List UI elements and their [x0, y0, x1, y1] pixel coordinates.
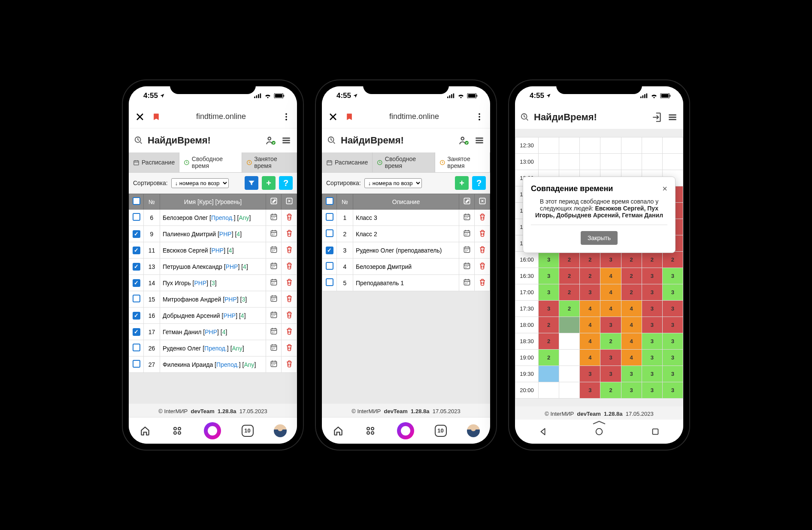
grid-cell[interactable]: 2 [539, 333, 559, 350]
trash-icon[interactable] [282, 242, 297, 259]
grid-cell[interactable]: 3 [662, 366, 683, 382]
grid-cell[interactable] [600, 137, 621, 154]
grid-cell[interactable]: 2 [559, 284, 580, 301]
grid-cell[interactable]: 3 [642, 350, 662, 366]
grid-cell[interactable]: 2 [642, 252, 662, 268]
table-row[interactable]: 15Митрофанов Андрей [PHP] [3] [129, 291, 297, 308]
grid-cell[interactable]: 3 [539, 301, 559, 317]
table-row[interactable]: 3Руденко Олег (преподаватель) [322, 242, 490, 259]
delete-x-icon[interactable] [478, 197, 487, 205]
grid-cell[interactable] [539, 382, 559, 399]
grid-cell[interactable]: 4 [600, 268, 621, 284]
calendar-icon[interactable] [459, 242, 475, 259]
bookmark-icon[interactable] [345, 112, 354, 122]
grid-cell[interactable] [539, 154, 559, 170]
grid-cell[interactable]: 3 [642, 301, 662, 317]
row-checkbox[interactable] [133, 344, 140, 351]
modal-close-icon[interactable]: × [662, 184, 667, 194]
grid-cell[interactable] [642, 137, 662, 154]
grid-cell[interactable]: 2 [580, 252, 600, 268]
trash-icon[interactable] [282, 275, 297, 291]
grid-cell[interactable]: 2 [539, 350, 559, 366]
grid-cell[interactable]: 2 [662, 252, 683, 268]
grid-cell[interactable]: 2 [559, 301, 580, 317]
grid-cell[interactable]: 2 [600, 382, 621, 399]
apps-icon[interactable] [171, 425, 183, 437]
grid-cell[interactable]: 3 [621, 366, 642, 382]
grid-cell[interactable]: 4 [580, 350, 600, 366]
tab-free-time[interactable]: Свободное время [373, 152, 435, 172]
grid-cell[interactable] [662, 137, 683, 154]
trash-icon[interactable] [282, 340, 297, 356]
avatar-icon[interactable] [467, 424, 480, 437]
grid-cell[interactable]: 3 [580, 366, 600, 382]
grid-cell[interactable]: 3 [662, 268, 683, 284]
trash-icon[interactable] [282, 308, 297, 324]
table-row[interactable]: 6Белозеров Олег [Препод.] [Any] [129, 210, 297, 226]
grid-cell[interactable] [559, 366, 580, 382]
filter-button[interactable] [245, 176, 258, 190]
grid-cell[interactable] [662, 154, 683, 170]
calendar-icon[interactable] [266, 308, 282, 324]
grid-cell[interactable]: 3 [662, 301, 683, 317]
table-row[interactable]: 16Добрыднев Арсений [PHP] [4] [129, 308, 297, 324]
tabs-count[interactable]: 10 [242, 425, 254, 437]
url-text[interactable]: findtime.online [361, 112, 468, 121]
grid-cell[interactable]: 3 [580, 382, 600, 399]
drag-handle-icon[interactable] [591, 420, 608, 426]
row-checkbox[interactable] [133, 230, 140, 238]
grid-cell[interactable] [539, 137, 559, 154]
grid-cell[interactable]: 2 [621, 252, 642, 268]
person-check-icon[interactable] [265, 135, 276, 146]
grid-cell[interactable]: 3 [642, 366, 662, 382]
trash-icon[interactable] [282, 324, 297, 340]
tab-busy-time[interactable]: Занятое время [435, 152, 490, 172]
calendar-icon[interactable] [459, 275, 475, 291]
row-checkbox[interactable] [133, 328, 140, 336]
trash-icon[interactable] [475, 226, 490, 242]
table-row[interactable]: 11Евсюков Сергей [PHP] [4] [129, 242, 297, 259]
checkbox-all[interactable] [133, 197, 140, 205]
grid-cell[interactable] [580, 154, 600, 170]
table-row[interactable]: 26Руденко Олег [Препод.] [Any] [129, 340, 297, 356]
add-button[interactable]: + [262, 176, 276, 190]
grid-cell[interactable] [539, 366, 559, 382]
grid-cell[interactable]: 3 [642, 382, 662, 399]
back-icon[interactable] [538, 427, 548, 436]
menu-icon[interactable] [667, 112, 678, 123]
tab-schedule[interactable]: Расписание [129, 152, 179, 172]
tab-busy-time[interactable]: Занятое время [242, 152, 297, 172]
bookmark-icon[interactable] [152, 112, 161, 122]
more-icon[interactable] [475, 112, 484, 122]
trash-icon[interactable] [282, 259, 297, 275]
grid-cell[interactable]: 3 [642, 284, 662, 301]
grid-cell[interactable]: 2 [600, 333, 621, 350]
calendar-icon[interactable] [266, 210, 282, 226]
table-row[interactable]: 1Класс 3 [322, 210, 490, 226]
add-button[interactable]: + [455, 176, 469, 190]
calendar-icon[interactable] [266, 242, 282, 259]
tabs-count[interactable]: 10 [435, 425, 447, 437]
home-circle-icon[interactable] [594, 427, 604, 436]
calendar-icon[interactable] [266, 340, 282, 356]
grid-cell[interactable]: 3 [580, 284, 600, 301]
calendar-icon[interactable] [266, 259, 282, 275]
sort-select[interactable]: ↓ номера по возр [171, 178, 229, 188]
avatar-icon[interactable] [274, 424, 287, 437]
grid-cell[interactable]: 3 [600, 366, 621, 382]
grid-cell[interactable]: 3 [642, 333, 662, 350]
grid-cell[interactable]: 3 [642, 268, 662, 284]
table-row[interactable]: 13Петрушов Александр [PHP] [4] [129, 259, 297, 275]
grid-cell[interactable]: 3 [539, 252, 559, 268]
grid-cell[interactable] [559, 137, 580, 154]
grid-cell[interactable] [642, 154, 662, 170]
grid-cell[interactable]: 4 [621, 317, 642, 333]
trash-icon[interactable] [282, 210, 297, 226]
table-row[interactable]: 17Гетман Данил [PHP] [4] [129, 324, 297, 340]
more-icon[interactable] [282, 112, 291, 122]
table-row[interactable]: 14Пух Игорь [PHP] [3] [129, 275, 297, 291]
close-icon[interactable] [328, 112, 338, 122]
checkbox-all[interactable] [326, 197, 333, 205]
table-row[interactable]: 5Преподаватель 1 [322, 275, 490, 291]
trash-icon[interactable] [282, 226, 297, 242]
